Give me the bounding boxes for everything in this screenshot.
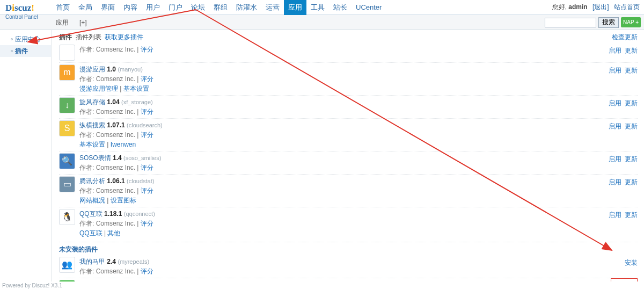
plugin-extra-link[interactable]: Iwenwen	[111, 141, 136, 148]
install-link[interactable]: 安装	[611, 278, 638, 281]
enable-link[interactable]: 启用	[609, 99, 621, 107]
top-nav: 首页全局界面内容用户门户论坛群组防灌水运营应用工具站长UCenter	[52, 0, 386, 15]
logo-sub: Control Panel	[0, 14, 52, 20]
plugin-row: S纵横搜索 1.07.1 (cloudsearch)作者: Comsenz In…	[59, 118, 638, 151]
plugin-extra-link[interactable]: QQ互联	[79, 229, 103, 237]
nav-全局[interactable]: 全局	[74, 0, 97, 15]
plugin-icon: m	[59, 64, 75, 81]
nav-用户[interactable]: 用户	[142, 0, 164, 15]
enable-link[interactable]: 启用	[609, 67, 621, 74]
plugin-extra-link[interactable]: 网站概况	[79, 197, 105, 204]
nav-界面[interactable]: 界面	[97, 0, 119, 15]
nav-应用[interactable]: 应用	[284, 0, 306, 15]
logo: Discuz!	[0, 0, 52, 15]
search-input[interactable]	[545, 18, 596, 27]
nav-门户[interactable]: 门户	[164, 0, 187, 15]
plugin-extra-link[interactable]: 基本设置	[79, 141, 105, 148]
nap-badge: NAP +	[621, 17, 641, 27]
plugin-row: m漫游应用 1.0 (manyou)作者: Comsenz Inc. | 评分漫…	[59, 62, 638, 95]
plugin-icon	[59, 45, 75, 61]
rate-link[interactable]: 评分	[141, 75, 153, 83]
uninstalled-heading: 未安装的插件	[59, 242, 638, 254]
plugin-icon: 🐧	[59, 209, 75, 225]
plugin-extra-link[interactable]: 漫游应用管理	[79, 85, 118, 92]
rate-link[interactable]: 评分	[141, 220, 153, 227]
plugin-row: 🐧QQ互联 1.18.1 (qqconnect)作者: Comsenz Inc.…	[59, 207, 638, 240]
plugin-icon: 👥	[59, 257, 75, 273]
nav-运营[interactable]: 运营	[261, 0, 284, 15]
get-more-plugins-link[interactable]: 获取更多插件	[105, 33, 143, 41]
enable-link[interactable]: 启用	[609, 155, 621, 163]
enable-link[interactable]: 启用	[609, 122, 621, 130]
nav-UCenter[interactable]: UCenter	[352, 0, 386, 15]
rate-link[interactable]: 评分	[141, 268, 153, 275]
plugin-row: ✉微信登录 0.1i (wechat)作者: Comsenz Inc. | 评分…	[59, 278, 638, 281]
update-link[interactable]: 更新	[625, 211, 638, 219]
username: admin	[568, 3, 587, 11]
plugin-extra-link[interactable]: 设置图标	[111, 197, 136, 204]
plugin-extra-link[interactable]: 其他	[107, 229, 120, 237]
rate-link[interactable]: 评分	[141, 131, 153, 139]
update-link[interactable]: 更新	[625, 67, 638, 74]
rate-link[interactable]: 评分	[141, 164, 153, 171]
site-home-link[interactable]: 站点首页	[614, 3, 640, 11]
install-link[interactable]: 安装	[625, 259, 638, 266]
plugin-row: ▭腾讯分析 1.06.1 (cloudstat)作者: Comsenz Inc.…	[59, 174, 638, 207]
sidebar-item-plugins[interactable]: 插件	[0, 45, 51, 57]
greet-label: 您好,	[552, 3, 569, 11]
search-button[interactable]: 搜索	[598, 17, 619, 28]
plugin-row: 作者: Comsenz Inc. | 评分启用更新	[59, 43, 638, 62]
breadcrumb: 插件 插件列表 获取更多插件 检查更新	[59, 32, 638, 42]
plugin-row: 👥我的马甲 2.4 (myrepeats)作者: Comsenz Inc. | …	[59, 255, 638, 278]
user-bar: 您好, admin [退出] 站点首页	[552, 2, 640, 12]
enable-link[interactable]: 启用	[609, 211, 621, 219]
nav-群组[interactable]: 群组	[209, 0, 232, 15]
nav-工具[interactable]: 工具	[306, 0, 329, 15]
plugin-icon: ▭	[59, 176, 75, 192]
plugin-icon: ↓	[59, 97, 75, 113]
plugin-icon: 🔍	[59, 153, 75, 169]
update-link[interactable]: 更新	[625, 99, 638, 107]
update-link[interactable]: 更新	[625, 178, 638, 186]
sidebar: 应用中心 插件	[0, 30, 52, 281]
enable-link[interactable]: 启用	[609, 47, 621, 54]
plugin-extra-link[interactable]: 基本设置	[123, 85, 149, 92]
nav-防灌水[interactable]: 防灌水	[232, 0, 261, 15]
rate-link[interactable]: 评分	[141, 108, 153, 115]
plugin-row: ↓旋风存储 1.04 (xf_storage)作者: Comsenz Inc. …	[59, 95, 638, 118]
nav-内容[interactable]: 内容	[119, 0, 142, 15]
update-link[interactable]: 更新	[625, 122, 638, 130]
nav-论坛[interactable]: 论坛	[187, 0, 209, 15]
plugin-row: 🔍SOSO表情 1.4 (soso_smilies)作者: Comsenz In…	[59, 151, 638, 174]
plugin-icon: S	[59, 120, 75, 136]
logout-link[interactable]: [退出]	[592, 3, 609, 11]
update-link[interactable]: 更新	[625, 155, 638, 163]
sidebar-item-appcenter[interactable]: 应用中心	[0, 33, 51, 45]
subtab-app[interactable]: 应用	[52, 18, 73, 27]
rate-link[interactable]: 评分	[141, 187, 153, 194]
nav-首页[interactable]: 首页	[52, 0, 74, 15]
nav-站长[interactable]: 站长	[329, 0, 352, 15]
enable-link[interactable]: 启用	[609, 178, 621, 186]
footer: Powered by Discuz! X3.1	[0, 281, 62, 289]
rate-link[interactable]: 评分	[141, 46, 153, 53]
check-update-link[interactable]: 检查更新	[612, 32, 638, 42]
subtab-add[interactable]: [+]	[75, 18, 91, 27]
update-link[interactable]: 更新	[625, 47, 638, 54]
